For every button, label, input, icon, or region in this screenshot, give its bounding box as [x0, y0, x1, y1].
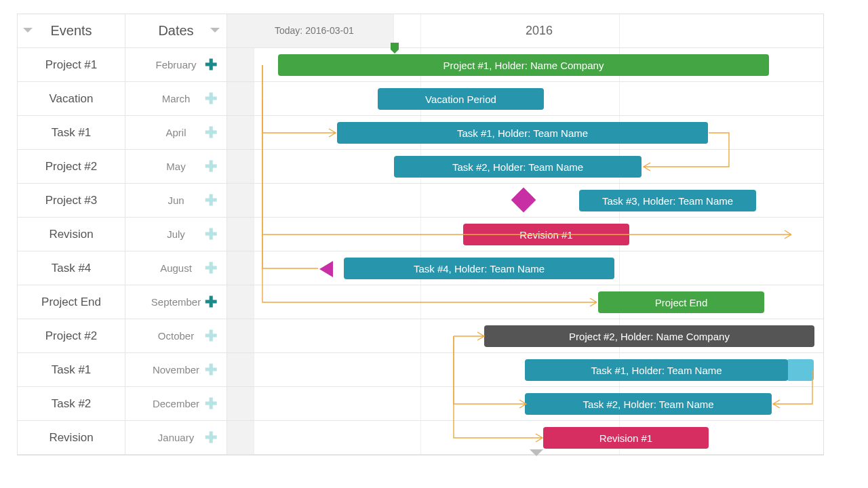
timeline-cell: Task #1, Holder: Team Name [227, 353, 823, 386]
plus-icon[interactable]: ✚ [205, 327, 217, 345]
event-label: Revision [49, 228, 93, 241]
gantt-row: Project #2May✚Task #2, Holder: Team Name [17, 150, 823, 184]
event-label: Project #3 [45, 194, 98, 207]
date-cell: September✚ [125, 285, 227, 319]
event-cell: Revision [17, 218, 125, 251]
event-label: Task #1 [52, 363, 92, 377]
col-header-events[interactable]: Events [17, 14, 125, 47]
gantt-row: Project #1February✚Project #1, Holder: N… [17, 48, 823, 82]
gantt-chart: Events Dates Today: 2016-03-01 2016 Proj… [17, 14, 824, 455]
plus-icon[interactable]: ✚ [205, 90, 217, 108]
plus-icon[interactable]: ✚ [205, 124, 217, 142]
gantt-bar[interactable]: Task #3, Holder: Team Name [579, 190, 756, 211]
event-label: Project #1 [45, 58, 98, 72]
date-cell: March✚ [125, 82, 227, 115]
timeline-cell: Project End [227, 285, 823, 319]
event-cell: Project #2 [17, 319, 125, 352]
gantt-bar[interactable]: Project #2, Holder: Name Company [484, 325, 814, 347]
event-cell: Revision [17, 421, 125, 454]
chevron-down-icon[interactable] [530, 449, 543, 456]
event-label: Project #2 [45, 160, 98, 174]
event-cell: Project #3 [17, 184, 125, 217]
year-label: 2016 [526, 24, 553, 38]
gantt-row: Project #2October✚Project #2, Holder: Na… [17, 319, 823, 353]
plus-icon[interactable]: ✚ [205, 56, 217, 74]
date-label: August [160, 262, 192, 274]
gantt-row: RevisionJuly✚Revision #1 [17, 218, 823, 251]
gantt-bar[interactable]: Project End [598, 291, 764, 313]
event-cell: Vacation [17, 82, 125, 115]
date-cell: February✚ [125, 48, 227, 81]
event-label: Project End [41, 296, 101, 309]
event-label: Task #1 [52, 126, 92, 140]
col-header-dates[interactable]: Dates [125, 14, 227, 47]
event-cell: Task #2 [17, 387, 125, 420]
gantt-row: VacationMarch✚Vacation Period [17, 82, 823, 116]
gantt-bar[interactable]: Task #1, Holder: Team Name [525, 359, 788, 381]
date-label: September [151, 296, 201, 308]
gantt-row: RevisionJanuary✚Revision #1 [17, 421, 823, 455]
timeline-cell: Task #2, Holder: Team Name [227, 150, 823, 183]
plus-icon[interactable]: ✚ [205, 226, 217, 243]
timeline-cell: Revision #1 [227, 218, 823, 251]
event-cell: Task #4 [17, 251, 125, 285]
timeline-header: Today: 2016-03-01 2016 [227, 14, 823, 47]
date-label: February [155, 59, 196, 70]
chevron-down-icon[interactable] [210, 28, 220, 33]
event-label: Task #4 [52, 262, 92, 275]
event-cell: Project #2 [17, 150, 125, 183]
date-cell: Jun✚ [125, 184, 227, 217]
plus-icon[interactable]: ✚ [205, 158, 217, 176]
event-label: Task #2 [52, 397, 92, 411]
gantt-bar[interactable]: Task #2, Holder: Team Name [525, 393, 772, 415]
plus-icon[interactable]: ✚ [205, 260, 217, 277]
date-label: April [165, 127, 186, 138]
date-label: Jun [167, 195, 184, 206]
today-label: Today: 2016-03-01 [275, 25, 354, 36]
event-cell: Project End [17, 285, 125, 319]
gantt-bar[interactable]: Revision #1 [543, 427, 709, 449]
plus-icon[interactable]: ✚ [205, 361, 217, 379]
date-label: March [162, 93, 191, 104]
timeline-cell: Vacation Period [227, 82, 823, 115]
events-header-label: Events [50, 23, 92, 39]
event-label: Vacation [50, 92, 94, 106]
event-cell: Project #1 [17, 48, 125, 81]
timeline-cell: Task #1, Holder: Team Name [227, 116, 823, 149]
gantt-bar[interactable]: Project #1, Holder: Name Company [278, 54, 769, 76]
gantt-row: Task #1April✚Task #1, Holder: Team Name [17, 116, 823, 150]
date-cell: August✚ [125, 251, 227, 285]
event-label: Project #2 [45, 329, 98, 343]
date-cell: January✚ [125, 421, 227, 454]
plus-icon[interactable]: ✚ [205, 192, 217, 209]
plus-icon[interactable]: ✚ [205, 293, 217, 311]
chevron-down-icon[interactable] [23, 28, 33, 33]
date-label: November [153, 364, 199, 375]
date-label: October [158, 330, 194, 342]
gantt-bar[interactable]: Task #1, Holder: Team Name [337, 122, 708, 144]
date-cell: October✚ [125, 319, 227, 352]
timeline-cell: Project #2, Holder: Name Company [227, 319, 823, 352]
date-label: January [158, 432, 194, 443]
date-label: December [153, 398, 199, 409]
date-label: May [166, 161, 185, 172]
event-label: Revision [49, 431, 93, 445]
plus-icon[interactable]: ✚ [205, 429, 217, 447]
date-cell: April✚ [125, 116, 227, 149]
bar-progress-extension [787, 359, 814, 381]
date-label: July [167, 228, 185, 240]
gantt-bar[interactable]: Task #2, Holder: Team Name [394, 156, 642, 178]
plus-icon[interactable]: ✚ [205, 395, 217, 413]
gantt-bar[interactable]: Task #4, Holder: Team Name [344, 258, 614, 279]
timeline-cell: Task #2, Holder: Team Name [227, 387, 823, 420]
gantt-row: Project #3Jun✚Task #3, Holder: Team Name [17, 184, 823, 218]
gantt-row: Task #2December✚Task #2, Holder: Team Na… [17, 387, 823, 421]
gantt-bar[interactable]: Revision #1 [463, 224, 629, 245]
header-row: Events Dates Today: 2016-03-01 2016 [17, 14, 823, 48]
arrow-left-icon [319, 261, 333, 277]
gantt-bar[interactable]: Vacation Period [378, 88, 544, 110]
dates-header-label: Dates [158, 23, 193, 39]
timeline-cell: Task #3, Holder: Team Name [227, 184, 823, 217]
gantt-row: Task #4August✚Task #4, Holder: Team Name [17, 251, 823, 285]
date-cell: July✚ [125, 218, 227, 251]
